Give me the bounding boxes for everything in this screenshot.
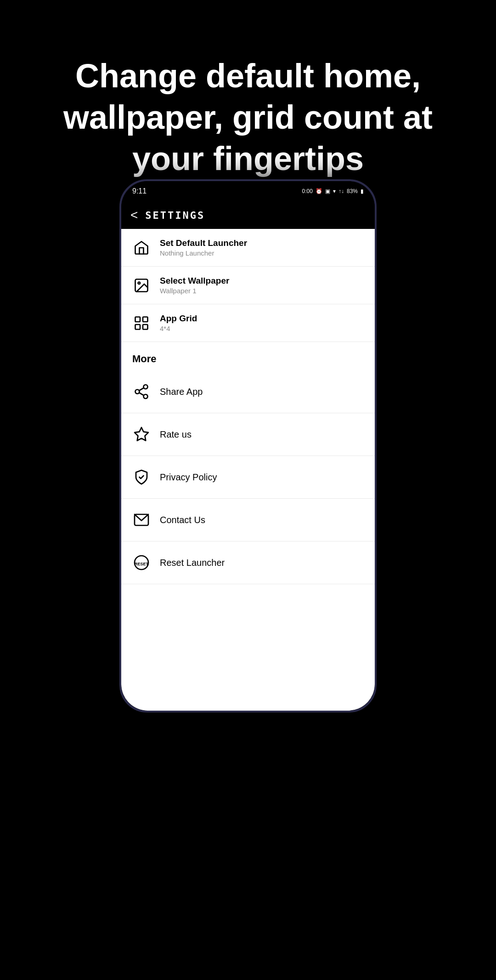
rate-us-item[interactable]: Rate us bbox=[121, 413, 375, 456]
share-app-text: Share App bbox=[160, 387, 203, 397]
svg-rect-5 bbox=[143, 325, 148, 330]
reset-icon: RESET bbox=[132, 553, 151, 572]
svg-line-10 bbox=[139, 388, 144, 391]
wallpaper-text: Select Wallpaper Wallpaper 1 bbox=[160, 276, 229, 295]
default-launcher-text: Set Default Launcher Nothing Launcher bbox=[160, 238, 247, 257]
share-icon bbox=[132, 382, 151, 401]
status-icons: 0:00 ⏰ ▣ ▾ ↑↓ 83% ▮ bbox=[302, 188, 364, 194]
image-icon bbox=[132, 276, 151, 295]
reset-launcher-text: Reset Launcher bbox=[160, 558, 225, 568]
app-bar-title: SETTINGS bbox=[145, 210, 205, 221]
grid-icon bbox=[132, 314, 151, 332]
default-launcher-subtitle: Nothing Launcher bbox=[160, 249, 247, 257]
contact-us-text: Contact Us bbox=[160, 515, 205, 525]
svg-marker-11 bbox=[135, 427, 148, 441]
select-wallpaper-item[interactable]: Select Wallpaper Wallpaper 1 bbox=[121, 267, 375, 304]
reset-launcher-item[interactable]: RESET Reset Launcher bbox=[121, 541, 375, 584]
wallpaper-subtitle: Wallpaper 1 bbox=[160, 287, 229, 295]
shield-icon bbox=[132, 468, 151, 486]
share-app-title: Share App bbox=[160, 387, 203, 397]
more-section-title: More bbox=[132, 353, 157, 365]
phone-mockup: 9:11 0:00 ⏰ ▣ ▾ ↑↓ 83% ▮ < SETTINGS bbox=[119, 179, 377, 712]
wifi-icon: ▾ bbox=[333, 188, 336, 194]
contact-us-item[interactable]: Contact Us bbox=[121, 499, 375, 541]
settings-content: Set Default Launcher Nothing Launcher Se… bbox=[121, 229, 375, 711]
battery-icon: ▮ bbox=[361, 188, 364, 194]
app-grid-title: App Grid bbox=[160, 313, 197, 324]
svg-rect-3 bbox=[143, 317, 148, 322]
back-button[interactable]: < bbox=[130, 209, 138, 222]
rate-us-title: Rate us bbox=[160, 429, 192, 440]
default-launcher-title: Set Default Launcher bbox=[160, 238, 247, 248]
svg-rect-4 bbox=[135, 325, 141, 330]
home-icon bbox=[132, 239, 151, 257]
data-speed-icon: 0:00 bbox=[302, 188, 313, 194]
alarm-icon: ⏰ bbox=[316, 188, 322, 194]
svg-point-1 bbox=[138, 282, 141, 284]
app-grid-text: App Grid 4*4 bbox=[160, 313, 197, 332]
app-bar: < SETTINGS bbox=[121, 201, 375, 229]
mail-icon bbox=[132, 511, 151, 529]
app-grid-subtitle: 4*4 bbox=[160, 325, 197, 332]
hero-heading: Change default home, wallpaper, grid cou… bbox=[0, 55, 496, 179]
signal-icon: ↑↓ bbox=[338, 188, 344, 194]
wallpaper-title: Select Wallpaper bbox=[160, 276, 229, 286]
reset-launcher-title: Reset Launcher bbox=[160, 558, 225, 568]
battery-label: 83% bbox=[347, 188, 358, 194]
rate-us-text: Rate us bbox=[160, 429, 192, 440]
privacy-policy-text: Privacy Policy bbox=[160, 472, 217, 483]
privacy-policy-title: Privacy Policy bbox=[160, 472, 217, 483]
status-bar: 9:11 0:00 ⏰ ▣ ▾ ↑↓ 83% ▮ bbox=[121, 181, 375, 201]
share-app-item[interactable]: Share App bbox=[121, 370, 375, 413]
svg-text:RESET: RESET bbox=[135, 562, 149, 566]
phone-screen: 9:11 0:00 ⏰ ▣ ▾ ↑↓ 83% ▮ < SETTINGS bbox=[121, 181, 375, 711]
contact-us-title: Contact Us bbox=[160, 515, 205, 525]
vol-icon: ▣ bbox=[325, 188, 330, 194]
app-grid-item[interactable]: App Grid 4*4 bbox=[121, 304, 375, 342]
more-section-header: More bbox=[121, 342, 375, 370]
set-default-launcher-item[interactable]: Set Default Launcher Nothing Launcher bbox=[121, 229, 375, 267]
star-icon bbox=[132, 425, 151, 444]
privacy-policy-item[interactable]: Privacy Policy bbox=[121, 456, 375, 499]
svg-rect-2 bbox=[135, 317, 141, 322]
status-time: 9:11 bbox=[132, 187, 147, 195]
svg-line-9 bbox=[139, 393, 144, 395]
